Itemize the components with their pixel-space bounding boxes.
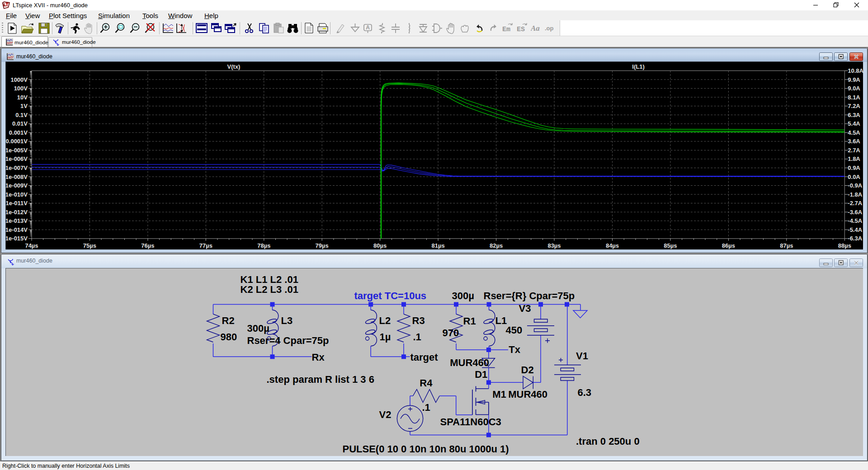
svg-text:.op: .op [545,25,554,32]
svg-text:Aa: Aa [531,24,540,33]
svg-text:Em: Em [502,26,510,33]
svg-text:EЅ: EЅ [517,26,525,33]
svg-text:A: A [366,24,370,31]
